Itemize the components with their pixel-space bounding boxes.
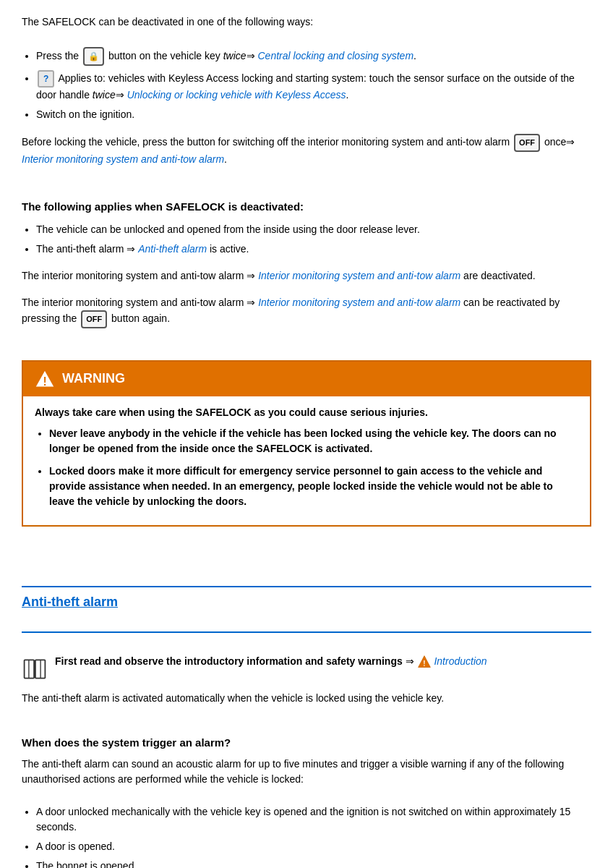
warning-header: ! WARNING <box>23 362 590 396</box>
anti-theft-heading: Anti-theft alarm <box>22 595 591 610</box>
warning-item-1: Never leave anybody in the vehicle if th… <box>49 426 578 456</box>
warning-icon-small: ! <box>417 655 432 669</box>
keyless-question-icon: ? <box>38 70 54 88</box>
anti-theft-alarm-link[interactable]: Anti-theft alarm <box>138 243 207 255</box>
before-locking-para: Before locking the vehicle, press the bu… <box>22 134 591 167</box>
arrow1: ⇒ <box>247 50 258 61</box>
trigger-items-list: A door unlocked mechanically with the ve… <box>36 804 591 868</box>
warning-label: WARNING <box>62 371 125 386</box>
when-trigger-intro: The anti-theft alarm can sound an acoust… <box>22 757 591 787</box>
interior-monitoring-link-2[interactable]: Interior monitoring system and anti-tow … <box>258 270 460 281</box>
deactivate-method-ignition: Switch on the ignition. <box>36 107 591 122</box>
off-button-icon-2: OFF <box>81 310 107 328</box>
following-applies-list: The vehicle can be unlocked and opened f… <box>36 222 591 257</box>
warning-first-line: Always take care when using the SAFELOCK… <box>35 405 578 420</box>
interior-deactivated-para: The interior monitoring system and anti-… <box>22 268 591 284</box>
following-item-unlock: The vehicle can be unlocked and opened f… <box>36 222 591 237</box>
warning-triangle-icon: ! <box>35 369 55 389</box>
trigger-item-2: The bonnet is opened. <box>36 859 591 868</box>
svg-text:!: ! <box>43 375 46 387</box>
warning-item-2: Locked doors make it more difficult for … <box>49 464 578 509</box>
press-text: Press the <box>36 50 79 61</box>
deactivate-method-press: Press the 🔒 button on the vehicle key tw… <box>36 47 591 66</box>
interior-monitoring-link-3[interactable]: Interior monitoring system and anti-tow … <box>258 297 460 308</box>
deactivate-method-keyless: ? Applies to: vehicles with Keyless Acce… <box>36 70 591 103</box>
following-item-alarm: The anti-theft alarm ⇒ Anti-theft alarm … <box>36 242 591 257</box>
section-divider-2 <box>22 631 591 633</box>
trigger-item-0: A door unlocked mechanically with the ve… <box>36 804 591 835</box>
before-locking-text: Before locking the vehicle, press the bu… <box>22 136 510 148</box>
button-text: button on the vehicle key <box>108 50 223 61</box>
warning-body: Always take care when using the SAFELOCK… <box>23 396 590 525</box>
lock-key-icon: 🔒 <box>83 47 104 66</box>
safelock-intro: The SAFELOCK can be deactivated in one o… <box>22 14 591 30</box>
read-first-content: First read and observe the introductory … <box>55 655 487 669</box>
read-first-box: First read and observe the introductory … <box>22 655 591 682</box>
svg-text:!: ! <box>423 659 425 667</box>
anti-theft-intro: The anti-theft alarm is activated automa… <box>22 691 591 706</box>
twice-italic: twice <box>223 50 247 61</box>
book-icon <box>22 656 48 682</box>
once-text: once⇒ <box>544 136 575 148</box>
following-applies-heading: The following applies when SAFELOCK is d… <box>22 199 591 216</box>
anti-theft-text-before: The anti-theft alarm ⇒ <box>36 243 138 255</box>
interior-reactivated-para: The interior monitoring system and anti-… <box>22 295 591 328</box>
interior-monitoring-link-1[interactable]: Interior monitoring system and anti-tow … <box>22 153 224 165</box>
central-locking-link[interactable]: Central locking and closing system <box>258 50 414 61</box>
trigger-item-1: A door is opened. <box>36 839 591 854</box>
warning-box: ! WARNING Always take care when using th… <box>22 360 591 527</box>
when-trigger-heading: When does the system trigger an alarm? <box>22 735 591 752</box>
section-divider <box>22 586 591 587</box>
introduction-link[interactable]: Introduction <box>434 655 486 666</box>
ignition-text: Switch on the ignition. <box>36 109 134 120</box>
warning-items-list: Never leave anybody in the vehicle if th… <box>49 426 578 509</box>
deactivate-methods-list: Press the 🔒 button on the vehicle key tw… <box>36 47 591 122</box>
read-first-text: First read and observe the introductory … <box>55 655 403 666</box>
keyless-access-link[interactable]: Unlocking or locking vehicle with Keyles… <box>127 89 346 101</box>
twice-italic-2: twice <box>93 89 116 101</box>
off-button-icon: OFF <box>514 134 540 152</box>
